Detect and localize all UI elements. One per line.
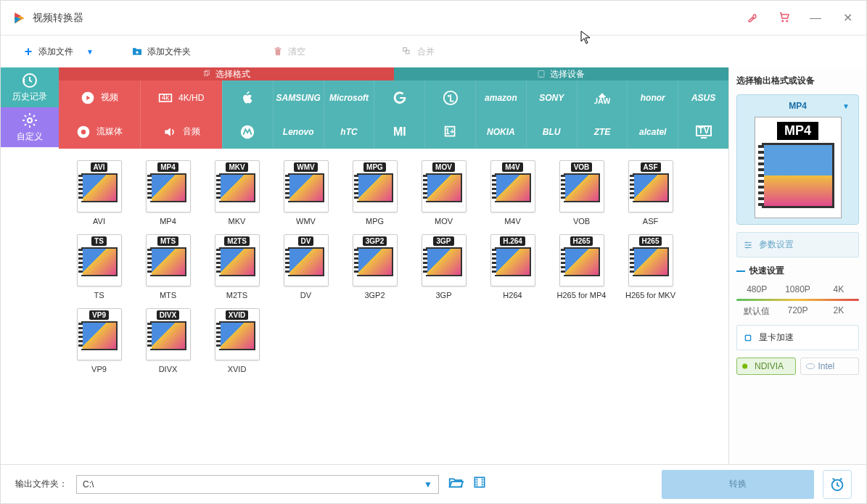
key-icon[interactable] (747, 10, 760, 25)
preset-2k[interactable]: 2K (818, 305, 859, 318)
format-h265-for-mkv[interactable]: H265H265 for MKV (616, 231, 685, 302)
format-mkv[interactable]: MKVMKV (202, 157, 271, 228)
svg-point-15 (81, 129, 86, 134)
format-vob[interactable]: VOBVOB (547, 157, 616, 228)
brand-apple[interactable] (222, 80, 273, 115)
preset-default[interactable]: 默认值 (736, 305, 777, 318)
brand-tv[interactable]: TV (678, 115, 728, 149)
format-asf[interactable]: ASFASF (616, 157, 685, 228)
format-wmv[interactable]: WMVWMV (271, 157, 340, 228)
cart-icon[interactable] (778, 10, 791, 25)
minimize-button[interactable]: — (808, 12, 823, 25)
trash-icon (272, 46, 284, 57)
brand-moto[interactable] (222, 115, 273, 149)
format-mov[interactable]: MOVMOV (409, 157, 478, 228)
category-audio[interactable]: 音频 (141, 115, 223, 149)
format-dv[interactable]: DVDV (271, 231, 340, 302)
format-xvid[interactable]: XVIDXVID (202, 305, 271, 376)
sidebar-history[interactable]: 历史记录 (1, 67, 59, 107)
brand-blu[interactable]: BLU (526, 115, 577, 149)
brand-samsung[interactable]: SAMSUNG (273, 80, 324, 115)
format-avi[interactable]: AVIAVI (65, 157, 133, 228)
brand-lenovo[interactable]: Lenovo (273, 115, 324, 149)
category-stream[interactable]: 流媒体 (59, 115, 141, 149)
clear-button[interactable]: 清空 (265, 43, 313, 61)
merge-label: 合并 (417, 46, 435, 58)
category-video[interactable]: 视频 (59, 80, 141, 115)
format-m2ts[interactable]: M2TSM2TS (202, 231, 271, 302)
format-3gp[interactable]: 3GP3GP (409, 231, 478, 302)
tab-device[interactable]: 选择设备 (394, 67, 729, 80)
titlebar: 视频转换器 — ✕ (1, 1, 866, 36)
brand-asus[interactable]: ASUS (678, 80, 728, 115)
add-file-button[interactable]: + 添加文件 ▼ (15, 43, 101, 61)
format-vp9[interactable]: VP9VP9 (65, 305, 133, 376)
format-ts[interactable]: TSTS (65, 231, 133, 302)
quick-settings-title: 快速设置 (736, 265, 859, 277)
gpu-nvidia[interactable]: NDIVIA (736, 358, 796, 375)
brand-huawei[interactable]: HUAWEI (577, 80, 628, 115)
preset-4k[interactable]: 4K (818, 284, 859, 294)
copy-icon (202, 70, 211, 78)
quick-settings-grid[interactable]: 480P 1080P 4K 默认值 720P 2K (736, 284, 859, 318)
brand-lg[interactable] (424, 80, 475, 115)
params-button[interactable]: 参数设置 (736, 232, 859, 257)
brand-mi[interactable]: MI (374, 115, 424, 149)
preset-480p[interactable]: 480P (736, 284, 777, 294)
brand-alcatel[interactable]: alcatel (627, 115, 678, 149)
dropdown-icon[interactable]: ▼ (424, 479, 432, 489)
dropdown-caret-icon[interactable]: ▼ (86, 48, 94, 56)
format-mpg[interactable]: MPGMPG (340, 157, 409, 228)
brand-zte[interactable]: ZTE (577, 115, 628, 149)
format-m4v[interactable]: M4VM4V (478, 157, 547, 228)
output-preview[interactable]: MP4 ▼ MP4 (736, 94, 859, 225)
svg-point-12 (447, 94, 449, 96)
gpu-intel[interactable]: Intel (800, 358, 860, 375)
gpu-accel-button[interactable]: 显卡加速 (736, 325, 859, 350)
schedule-button[interactable] (823, 470, 852, 499)
category-4k[interactable]: 4k 4K/HD (141, 80, 223, 115)
svg-text:1+: 1+ (445, 126, 454, 135)
format-3gp2[interactable]: 3GP23GP2 (340, 231, 409, 302)
svg-text:4k: 4k (162, 94, 170, 102)
format-h264[interactable]: H.264H264 (478, 231, 547, 302)
brand-amazon[interactable]: amazon (475, 80, 526, 115)
gpu-nvidia-label: NDIVIA (755, 361, 784, 371)
brand-sony[interactable]: SONY (526, 80, 577, 115)
merge-button[interactable]: 合并 (394, 43, 442, 61)
brand-htc[interactable]: hTC (324, 115, 374, 149)
category-audio-label: 音频 (183, 125, 200, 138)
gpu-intel-label: Intel (818, 361, 835, 371)
sidebar-history-label: 历史记录 (12, 91, 47, 103)
quick-settings-label: 快速设置 (749, 265, 784, 277)
format-mp4[interactable]: MP4MP4 (133, 157, 202, 228)
brand-honor[interactable]: honor (627, 80, 678, 115)
preset-720p[interactable]: 720P (777, 305, 818, 318)
svg-text:HUAWEI: HUAWEI (594, 96, 610, 104)
svg-point-21 (746, 241, 747, 243)
format-mts[interactable]: MTSMTS (133, 231, 202, 302)
output-preview-image: MP4 (755, 117, 842, 218)
brand-microsoft[interactable]: Microsoft (324, 80, 374, 115)
tab-format[interactable]: 选择格式 (59, 67, 394, 80)
convert-button[interactable]: 转换 (662, 470, 814, 499)
brand-g[interactable] (374, 80, 424, 115)
close-button[interactable]: ✕ (840, 11, 855, 25)
preset-1080p[interactable]: 1080P (777, 284, 818, 294)
add-folder-button[interactable]: 添加文件夹 (124, 43, 198, 61)
format-divx[interactable]: DIVXDIVX (133, 305, 202, 376)
app-title: 视频转换器 (33, 12, 83, 25)
film-button[interactable] (472, 475, 487, 493)
open-folder-button[interactable] (448, 474, 464, 494)
alarm-icon (829, 476, 845, 492)
format-grid: AVIAVIMP4MP4MKVMKVWMVWMVMPGMPGMOVMOVM4VM… (59, 149, 728, 385)
add-folder-label: 添加文件夹 (147, 46, 191, 58)
sidebar-custom[interactable]: 自定义 (1, 107, 59, 147)
app-logo-icon (12, 11, 27, 25)
dropdown-icon[interactable]: ▼ (842, 102, 850, 110)
output-folder-input[interactable]: C:\ ▼ (76, 475, 439, 494)
category-4k-label: 4K/HD (178, 93, 204, 103)
brand-nokia[interactable]: NOKIA (475, 115, 526, 149)
brand-oneplus[interactable]: 1+ (424, 115, 475, 149)
format-h265-for-mp4[interactable]: H265H265 for MP4 (547, 231, 616, 302)
